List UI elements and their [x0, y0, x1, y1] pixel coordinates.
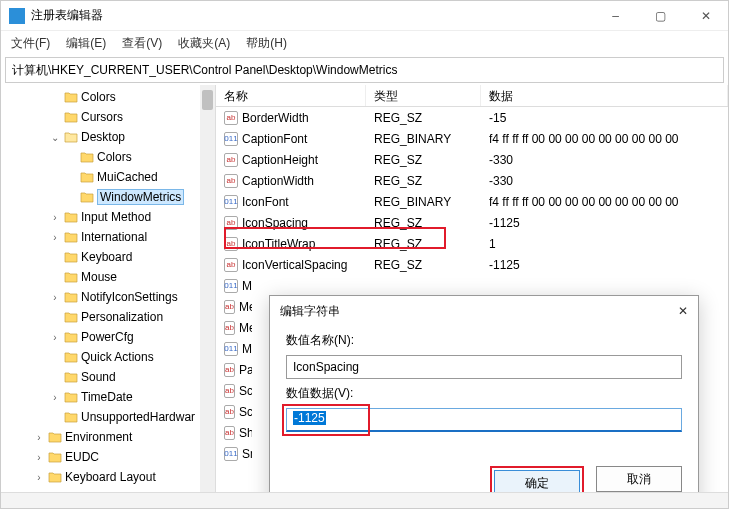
folder-icon: [64, 211, 78, 223]
tree-pane[interactable]: ColorsCursors⌄DesktopColorsMuiCachedWind…: [1, 85, 216, 492]
list-row[interactable]: abBorderWidthREG_SZ-15: [216, 107, 728, 128]
string-value-icon: ab: [224, 216, 238, 230]
tree-item[interactable]: MuiCached: [1, 167, 215, 187]
edit-string-dialog: 编辑字符串 ✕ 数值名称(N): 数值数据(V): -1125 确定 取消: [269, 295, 699, 492]
tree-item[interactable]: ›Environment: [1, 427, 215, 447]
list-row[interactable]: 011CaptionFontREG_BINARYf4 ff ff ff 00 0…: [216, 128, 728, 149]
col-header-data[interactable]: 数据: [481, 85, 728, 106]
tree-scrollbar[interactable]: [200, 85, 215, 492]
tree-item[interactable]: ›Network: [1, 487, 215, 492]
cell-name: 011CaptionFont: [216, 132, 366, 146]
cell-name: abCaptionHeight: [216, 153, 366, 167]
chevron-right-icon[interactable]: ›: [49, 292, 61, 303]
chevron-right-icon[interactable]: ›: [33, 452, 45, 463]
tree-label: International: [81, 230, 147, 244]
menu-edit[interactable]: 编辑(E): [66, 35, 106, 52]
tree-item[interactable]: ⌄Desktop: [1, 127, 215, 147]
value-data-input[interactable]: -1125: [286, 408, 682, 432]
minimize-button[interactable]: –: [593, 1, 638, 31]
folder-icon: [48, 491, 62, 492]
tree-item[interactable]: Keyboard: [1, 247, 215, 267]
tree-label: TimeDate: [81, 390, 133, 404]
cell-type: REG_SZ: [366, 153, 481, 167]
folder-icon: [64, 291, 78, 303]
binary-value-icon: 011: [224, 447, 238, 461]
tree-label: PowerCfg: [81, 330, 134, 344]
cell-name: 011Me: [216, 279, 252, 293]
cell-data: 1: [481, 237, 728, 251]
cell-type: REG_SZ: [366, 216, 481, 230]
binary-value-icon: 011: [224, 195, 238, 209]
string-value-icon: ab: [224, 237, 238, 251]
chevron-right-icon[interactable]: ›: [49, 212, 61, 223]
list-row[interactable]: abIconTitleWrapREG_SZ1: [216, 233, 728, 254]
list-row[interactable]: abIconSpacingREG_SZ-1125: [216, 212, 728, 233]
app-icon: [9, 8, 25, 24]
tree-scrollbar-thumb[interactable]: [202, 90, 213, 110]
chevron-right-icon[interactable]: ›: [49, 332, 61, 343]
tree-label: Personalization: [81, 310, 163, 324]
tree-item[interactable]: Sound: [1, 367, 215, 387]
address-text: 计算机\HKEY_CURRENT_USER\Control Panel\Desk…: [12, 62, 397, 79]
menu-help[interactable]: 帮助(H): [246, 35, 287, 52]
dialog-close-icon[interactable]: ✕: [678, 304, 688, 318]
menu-file[interactable]: 文件(F): [11, 35, 50, 52]
tree-item[interactable]: Colors: [1, 87, 215, 107]
list-header: 名称 类型 数据: [216, 85, 728, 107]
string-value-icon: ab: [224, 111, 238, 125]
titlebar: 注册表编辑器 – ▢ ✕: [1, 1, 728, 31]
tree-item[interactable]: Personalization: [1, 307, 215, 327]
cancel-button[interactable]: 取消: [596, 466, 682, 492]
folder-icon: [64, 91, 78, 103]
string-value-icon: ab: [224, 363, 235, 377]
tree-item[interactable]: ›NotifyIconSettings: [1, 287, 215, 307]
tree-item[interactable]: Colors: [1, 147, 215, 167]
folder-icon: [80, 151, 94, 163]
cell-name: 011IconFont: [216, 195, 366, 209]
menu-view[interactable]: 查看(V): [122, 35, 162, 52]
tree-item[interactable]: ›Input Method: [1, 207, 215, 227]
chevron-right-icon[interactable]: ›: [33, 432, 45, 443]
col-header-name[interactable]: 名称: [216, 85, 366, 106]
folder-icon: [64, 131, 78, 143]
cell-name: abMe: [216, 300, 252, 314]
list-row[interactable]: abCaptionWidthREG_SZ-330: [216, 170, 728, 191]
list-row[interactable]: 011IconFontREG_BINARYf4 ff ff ff 00 00 0…: [216, 191, 728, 212]
ok-button[interactable]: 确定: [494, 470, 580, 492]
tree-item[interactable]: Mouse: [1, 267, 215, 287]
tree-label: Colors: [97, 150, 132, 164]
tree-label: NotifyIconSettings: [81, 290, 178, 304]
folder-icon: [64, 371, 78, 383]
list-row[interactable]: abCaptionHeightREG_SZ-330: [216, 149, 728, 170]
col-header-type[interactable]: 类型: [366, 85, 481, 106]
chevron-right-icon[interactable]: ›: [33, 472, 45, 483]
tree-item[interactable]: UnsupportedHardwar: [1, 407, 215, 427]
folder-icon: [64, 311, 78, 323]
tree-item[interactable]: ›EUDC: [1, 447, 215, 467]
tree-item[interactable]: ›Keyboard Layout: [1, 467, 215, 487]
tree-item[interactable]: WindowMetrics: [1, 187, 215, 207]
list-row[interactable]: abIconVerticalSpacingREG_SZ-1125: [216, 254, 728, 275]
list-row[interactable]: 011Me: [216, 275, 728, 296]
chevron-right-icon[interactable]: ›: [49, 392, 61, 403]
tree-item[interactable]: ›PowerCfg: [1, 327, 215, 347]
address-bar[interactable]: 计算机\HKEY_CURRENT_USER\Control Panel\Desk…: [5, 57, 724, 83]
tree-item[interactable]: Cursors: [1, 107, 215, 127]
cell-name: abCaptionWidth: [216, 174, 366, 188]
maximize-button[interactable]: ▢: [638, 1, 683, 31]
cell-data: -330: [481, 174, 728, 188]
close-button[interactable]: ✕: [683, 1, 728, 31]
string-value-icon: ab: [224, 300, 235, 314]
content-area: ColorsCursors⌄DesktopColorsMuiCachedWind…: [1, 85, 728, 492]
tree-item[interactable]: ›TimeDate: [1, 387, 215, 407]
tree-item[interactable]: ›International: [1, 227, 215, 247]
menubar: 文件(F) 编辑(E) 查看(V) 收藏夹(A) 帮助(H): [1, 31, 728, 55]
menu-favorites[interactable]: 收藏夹(A): [178, 35, 230, 52]
string-value-icon: ab: [224, 405, 235, 419]
chevron-down-icon[interactable]: ⌄: [49, 132, 61, 143]
chevron-right-icon[interactable]: ›: [49, 232, 61, 243]
value-name-input[interactable]: [286, 355, 682, 379]
tree-item[interactable]: Quick Actions: [1, 347, 215, 367]
chevron-right-icon[interactable]: ›: [33, 492, 45, 493]
cell-type: REG_BINARY: [366, 195, 481, 209]
